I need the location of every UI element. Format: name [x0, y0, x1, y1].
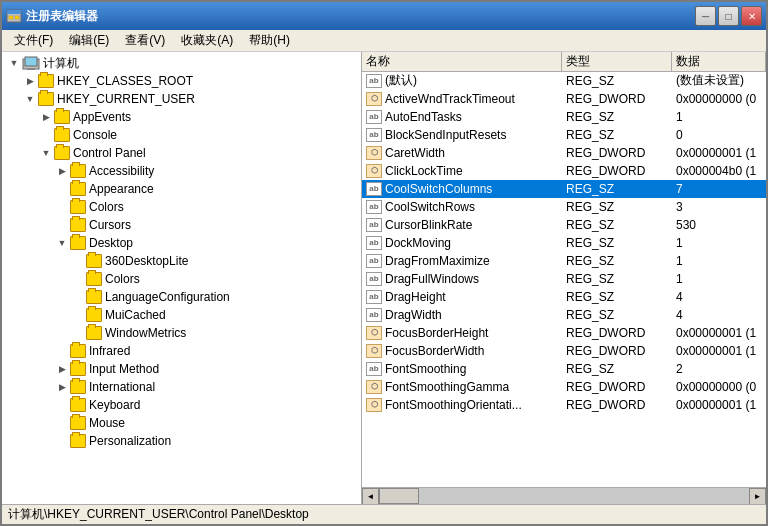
- scroll-right-button[interactable]: ►: [749, 488, 766, 505]
- menu-favorites[interactable]: 收藏夹(A): [173, 30, 241, 51]
- tree-item-muicached[interactable]: ▶ MuiCached: [2, 306, 361, 324]
- table-row[interactable]: ⬡FocusBorderWidthREG_DWORD0x00000001 (1: [362, 342, 766, 360]
- folder-icon-keyboard: [70, 398, 86, 412]
- expander-desktop[interactable]: ▼: [54, 235, 70, 251]
- table-row[interactable]: ⬡CaretWidthREG_DWORD0x00000001 (1: [362, 144, 766, 162]
- maximize-button[interactable]: □: [718, 6, 739, 26]
- expander-computer[interactable]: ▼: [6, 55, 22, 71]
- tree-item-inputmethod[interactable]: ▶ Input Method: [2, 360, 361, 378]
- minimize-button[interactable]: ─: [695, 6, 716, 26]
- tree-item-international[interactable]: ▶ International: [2, 378, 361, 396]
- tree-item-desktop[interactable]: ▼ Desktop: [2, 234, 361, 252]
- tree-item-hkcu[interactable]: ▼ HKEY_CURRENT_USER: [2, 90, 361, 108]
- registry-values-list[interactable]: ab(默认)REG_SZ(数值未设置)⬡ActiveWndTrackTimeou…: [362, 72, 766, 487]
- reg-value-name: CaretWidth: [385, 146, 445, 160]
- expander-langconfig[interactable]: ▶: [70, 289, 86, 305]
- expander-colors2[interactable]: ▶: [70, 271, 86, 287]
- expander-keyboard[interactable]: ▶: [54, 397, 70, 413]
- table-row[interactable]: ⬡ClickLockTimeREG_DWORD0x000004b0 (1: [362, 162, 766, 180]
- tree-item-mouse[interactable]: ▶ Mouse: [2, 414, 361, 432]
- table-row[interactable]: abDragFullWindowsREG_SZ1: [362, 270, 766, 288]
- table-row[interactable]: abDragWidthREG_SZ4: [362, 306, 766, 324]
- table-row[interactable]: ⬡FontSmoothingGammaREG_DWORD0x00000000 (…: [362, 378, 766, 396]
- tree-item-console[interactable]: ▶ Console: [2, 126, 361, 144]
- tree-item-langconfig[interactable]: ▶ LanguageConfiguration: [2, 288, 361, 306]
- table-row[interactable]: abDragHeightREG_SZ4: [362, 288, 766, 306]
- table-row[interactable]: ⬡ActiveWndTrackTimeoutREG_DWORD0x0000000…: [362, 90, 766, 108]
- tree-item-appearance[interactable]: ▶ Appearance: [2, 180, 361, 198]
- header-data[interactable]: 数据: [672, 52, 766, 71]
- expander-appearance[interactable]: ▶: [54, 181, 70, 197]
- tree-item-windowmetrics[interactable]: ▶ WindowMetrics: [2, 324, 361, 342]
- cell-data: 0x00000001 (1: [672, 324, 766, 341]
- cell-type: REG_SZ: [562, 270, 672, 287]
- close-button[interactable]: ✕: [741, 6, 762, 26]
- expander-inputmethod[interactable]: ▶: [54, 361, 70, 377]
- cell-type: REG_SZ: [562, 288, 672, 305]
- tree-item-colors[interactable]: ▶ Colors: [2, 198, 361, 216]
- table-row[interactable]: abCoolSwitchColumnsREG_SZ7: [362, 180, 766, 198]
- expander-cursors[interactable]: ▶: [54, 217, 70, 233]
- cell-data: 4: [672, 306, 766, 323]
- scroll-left-button[interactable]: ◄: [362, 488, 379, 505]
- tree-item-appevents[interactable]: ▶ AppEvents: [2, 108, 361, 126]
- reg-value-name: CoolSwitchColumns: [385, 182, 492, 196]
- menu-view[interactable]: 查看(V): [117, 30, 173, 51]
- tree-item-keyboard[interactable]: ▶ Keyboard: [2, 396, 361, 414]
- expander-colors[interactable]: ▶: [54, 199, 70, 215]
- tree-item-accessibility[interactable]: ▶ Accessibility: [2, 162, 361, 180]
- reg-value-icon: ab: [366, 110, 382, 124]
- expander-muicached[interactable]: ▶: [70, 307, 86, 323]
- registry-tree[interactable]: ▼ 计算机 ▶ HKEY_CLASSES_ROOT ▼ HKEY_CURRENT…: [2, 52, 362, 504]
- tree-label-controlpanel: Control Panel: [73, 144, 146, 162]
- table-row[interactable]: ⬡FocusBorderHeightREG_DWORD0x00000001 (1: [362, 324, 766, 342]
- menu-file[interactable]: 文件(F): [6, 30, 61, 51]
- table-row[interactable]: abBlockSendInputResetsREG_SZ0: [362, 126, 766, 144]
- expander-windowmetrics[interactable]: ▶: [70, 325, 86, 341]
- reg-value-icon: ab: [366, 74, 382, 88]
- expander-personalization[interactable]: ▶: [54, 433, 70, 449]
- table-row[interactable]: abFontSmoothingREG_SZ2: [362, 360, 766, 378]
- header-name[interactable]: 名称: [362, 52, 562, 71]
- tree-label-accessibility: Accessibility: [89, 162, 154, 180]
- expander-controlpanel[interactable]: ▼: [38, 145, 54, 161]
- expander-hkcu[interactable]: ▼: [22, 91, 38, 107]
- horizontal-scrollbar[interactable]: ◄ ►: [362, 487, 766, 504]
- tree-item-personalization[interactable]: ▶ Personalization: [2, 432, 361, 450]
- table-row[interactable]: abCoolSwitchRowsREG_SZ3: [362, 198, 766, 216]
- table-row[interactable]: abCursorBlinkRateREG_SZ530: [362, 216, 766, 234]
- menu-help[interactable]: 帮助(H): [241, 30, 298, 51]
- cell-type: REG_SZ: [562, 72, 672, 89]
- cell-data: 0x00000000 (0: [672, 90, 766, 107]
- tree-item-controlpanel[interactable]: ▼ Control Panel: [2, 144, 361, 162]
- table-row[interactable]: abDragFromMaximizeREG_SZ1: [362, 252, 766, 270]
- expander-appevents[interactable]: ▶: [38, 109, 54, 125]
- scroll-thumb[interactable]: [379, 488, 419, 504]
- tree-item-hkcr[interactable]: ▶ HKEY_CLASSES_ROOT: [2, 72, 361, 90]
- tree-item-cursors[interactable]: ▶ Cursors: [2, 216, 361, 234]
- scroll-track[interactable]: [379, 488, 749, 504]
- reg-value-icon: ab: [366, 290, 382, 304]
- table-row[interactable]: abAutoEndTasksREG_SZ1: [362, 108, 766, 126]
- table-row[interactable]: ⬡FontSmoothingOrientati...REG_DWORD0x000…: [362, 396, 766, 414]
- table-row[interactable]: abDockMovingREG_SZ1: [362, 234, 766, 252]
- tree-item-computer[interactable]: ▼ 计算机: [2, 54, 361, 72]
- expander-console[interactable]: ▶: [38, 127, 54, 143]
- cell-type: REG_DWORD: [562, 342, 672, 359]
- tree-label-keyboard: Keyboard: [89, 396, 140, 414]
- header-type[interactable]: 类型: [562, 52, 672, 71]
- tree-item-360desktop[interactable]: ▶ 360DesktopLite: [2, 252, 361, 270]
- expander-hkcr[interactable]: ▶: [22, 73, 38, 89]
- list-header: 名称 类型 数据: [362, 52, 766, 72]
- expander-international[interactable]: ▶: [54, 379, 70, 395]
- cell-name: abDockMoving: [362, 234, 562, 251]
- table-row[interactable]: ab(默认)REG_SZ(数值未设置): [362, 72, 766, 90]
- expander-mouse[interactable]: ▶: [54, 415, 70, 431]
- expander-accessibility[interactable]: ▶: [54, 163, 70, 179]
- expander-infrared[interactable]: ▶: [54, 343, 70, 359]
- folder-icon-personalization: [70, 434, 86, 448]
- expander-360desktop[interactable]: ▶: [70, 253, 86, 269]
- menu-edit[interactable]: 编辑(E): [61, 30, 117, 51]
- tree-item-colors2[interactable]: ▶ Colors: [2, 270, 361, 288]
- tree-item-infrared[interactable]: ▶ Infrared: [2, 342, 361, 360]
